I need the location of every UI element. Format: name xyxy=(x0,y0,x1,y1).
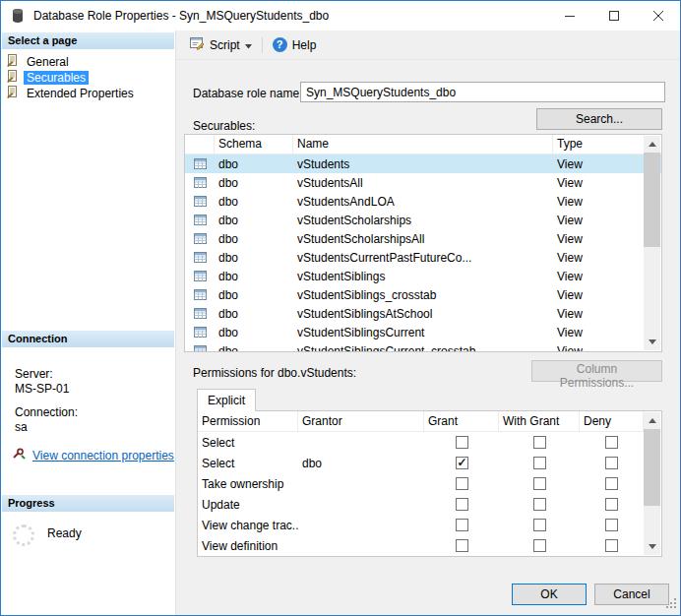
database-role-name-input[interactable] xyxy=(300,82,665,102)
grant-checkbox[interactable] xyxy=(456,457,468,469)
view-table-icon xyxy=(185,252,215,263)
deny-checkbox[interactable] xyxy=(605,498,618,511)
securables-scrollbar-thumb[interactable] xyxy=(644,153,660,247)
name-cell: vStudentSiblingsCurrent xyxy=(293,326,553,339)
with-grant-checkbox[interactable] xyxy=(533,477,546,490)
with-grant-checkbox[interactable] xyxy=(533,457,546,469)
permissions-table-rows: SelectSelectdboTake ownershipUpdateView … xyxy=(198,432,661,556)
type-cell: View xyxy=(553,214,645,227)
securables-column-header-type[interactable]: Type xyxy=(553,135,645,154)
minimize-button[interactable] xyxy=(547,1,591,31)
checkbox-cell xyxy=(424,457,499,469)
deny-checkbox[interactable] xyxy=(605,436,618,449)
deny-checkbox[interactable] xyxy=(605,477,618,490)
progress-spinner-icon xyxy=(13,524,34,546)
checkbox-cell xyxy=(499,436,580,449)
server-label: Server: xyxy=(15,367,174,382)
permission-row-view-definition: View definition xyxy=(198,535,661,556)
securable-row-vstudentsiblingscurrent[interactable]: dbovStudentSiblingsCurrentView xyxy=(185,323,661,341)
securables-column-header-schema[interactable]: Schema xyxy=(215,135,293,154)
checkbox-cell xyxy=(580,477,644,490)
securable-row-vstudentsiblings[interactable]: dbovStudentSiblingsView xyxy=(185,267,661,285)
securable-row-vstudentsiblingsatschool[interactable]: dbovStudentSiblingsAtSchoolView xyxy=(185,304,661,323)
tab-explicit[interactable]: Explicit xyxy=(197,389,256,411)
securable-row-vstudentsiblingscurrent-crosstab[interactable]: dbovStudentSiblingsCurrent_crosstabView xyxy=(185,341,661,352)
securable-row-vstudentsiblings-crosstab[interactable]: dbovStudentSiblings_crosstabView xyxy=(185,285,661,304)
view-table-icon xyxy=(185,158,215,169)
checkbox-cell xyxy=(580,457,644,469)
view-connection-properties-link[interactable]: View connection properties xyxy=(32,449,174,462)
window-body: Select a page GeneralSecurablesExtended … xyxy=(1,31,680,615)
view-table-icon xyxy=(185,215,215,225)
name-cell: vStudents xyxy=(293,157,553,171)
with-grant-checkbox[interactable] xyxy=(533,436,546,449)
securables-column-header-name[interactable]: Name xyxy=(293,135,553,154)
select-a-page-section: Select a page GeneralSecurablesExtended … xyxy=(2,32,174,101)
close-button[interactable] xyxy=(636,1,680,31)
resize-grip[interactable] xyxy=(664,596,677,612)
grant-checkbox[interactable] xyxy=(456,498,468,511)
scroll-up-icon[interactable] xyxy=(644,136,660,153)
securable-row-vstudentsall[interactable]: dbovStudentsAllView xyxy=(185,173,661,192)
deny-checkbox[interactable] xyxy=(605,457,618,469)
deny-checkbox[interactable] xyxy=(605,539,618,552)
securables-scrollbar[interactable] xyxy=(644,136,660,350)
schema-cell: dbo xyxy=(215,288,293,302)
checkbox-cell xyxy=(424,477,499,490)
securable-row-vstudents[interactable]: dbovStudentsView xyxy=(185,154,661,173)
page-label: General xyxy=(24,55,72,69)
grant-checkbox[interactable] xyxy=(456,436,468,449)
type-cell: View xyxy=(553,326,645,339)
securable-row-vstudentscholarships[interactable]: dbovStudentScholarshipsView xyxy=(185,211,661,229)
toolbar-separator xyxy=(262,37,263,53)
with-grant-checkbox[interactable] xyxy=(533,539,546,552)
securable-row-vstudentsandloa[interactable]: dbovStudentsAndLOAView xyxy=(185,192,661,211)
with-grant-checkbox[interactable] xyxy=(533,498,546,511)
securables-icon-column-header xyxy=(185,135,215,154)
search-button[interactable]: Search... xyxy=(536,108,662,130)
ok-button[interactable]: OK xyxy=(512,584,587,605)
grantor-cell: dbo xyxy=(298,457,424,470)
permission-name-cell: View definition xyxy=(198,539,298,553)
schema-cell: dbo xyxy=(215,232,293,246)
type-cell: View xyxy=(553,195,645,209)
permissions-scrollbar[interactable] xyxy=(644,412,660,555)
sidebar-page-extended-properties[interactable]: Extended Properties xyxy=(2,86,174,101)
view-table-icon xyxy=(185,177,215,188)
progress-header: Progress xyxy=(2,495,174,512)
permissions-table-header: PermissionGrantorGrantWith GrantDeny xyxy=(198,411,661,432)
permission-row-select: Selectdbo xyxy=(198,453,661,473)
connection-header: Connection xyxy=(2,331,174,347)
database-icon xyxy=(10,8,26,24)
permissions-scrollbar-thumb[interactable] xyxy=(644,429,660,506)
column-permissions-button[interactable]: Column Permissions... xyxy=(531,360,662,382)
toolbar: Script ? Help xyxy=(176,31,680,60)
schema-cell: dbo xyxy=(215,270,293,283)
chevron-down-icon xyxy=(245,38,252,52)
help-button[interactable]: ? Help xyxy=(268,33,322,57)
securable-row-vstudentscurrentpastfutureco[interactable]: dbovStudentsCurrentPastFutureCo...View xyxy=(185,248,661,267)
cancel-button[interactable]: Cancel xyxy=(594,584,669,605)
schema-cell: dbo xyxy=(215,326,293,339)
connection-value: sa xyxy=(15,420,174,435)
sidebar-page-general[interactable]: General xyxy=(2,54,174,70)
grant-checkbox[interactable] xyxy=(456,477,468,490)
deny-checkbox[interactable] xyxy=(605,519,618,531)
permission-row-update: Update xyxy=(198,494,661,515)
type-cell: View xyxy=(553,251,645,265)
scroll-down-icon[interactable] xyxy=(644,334,660,350)
progress-status: Ready xyxy=(47,526,82,540)
with-grant-checkbox[interactable] xyxy=(533,519,546,531)
securable-row-vstudentscholarshipsall[interactable]: dbovStudentScholarshipsAllView xyxy=(185,229,661,248)
scroll-down-icon[interactable] xyxy=(644,538,660,555)
schema-cell: dbo xyxy=(215,157,293,171)
window-title: Database Role Properties - Syn_MSQuerySt… xyxy=(33,9,547,23)
sidebar-page-securables[interactable]: Securables xyxy=(2,70,174,86)
grant-checkbox[interactable] xyxy=(456,539,468,552)
permissions-column-header-deny: Deny xyxy=(580,411,644,431)
grant-checkbox[interactable] xyxy=(456,519,468,531)
maximize-button[interactable] xyxy=(591,1,636,31)
scroll-up-icon[interactable] xyxy=(644,412,660,429)
script-button[interactable]: Script xyxy=(185,33,257,57)
name-cell: vStudentSiblingsCurrent_crosstab xyxy=(293,344,553,353)
